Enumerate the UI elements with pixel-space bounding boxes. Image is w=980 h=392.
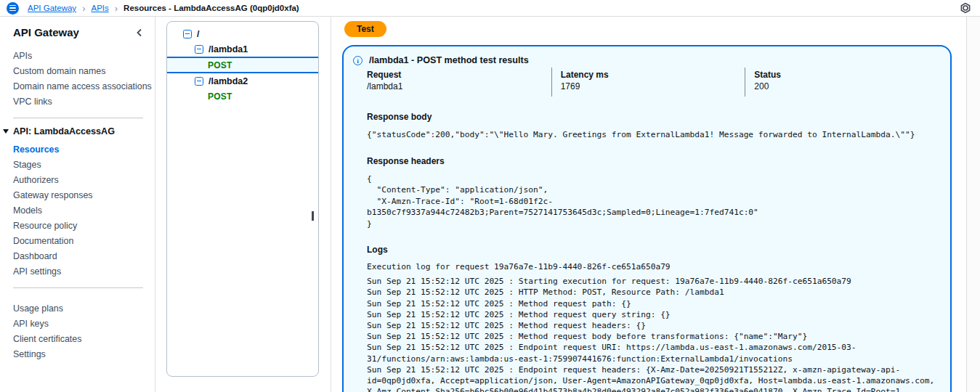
sidebar-item-apis[interactable]: APIs	[13, 49, 145, 64]
sidebar-item-domain-name-access-associations[interactable]: Domain name access associations	[13, 79, 145, 94]
test-button[interactable]: Test	[344, 21, 386, 37]
response-headers-label: Response headers	[367, 156, 939, 166]
breadcrumb: API Gateway APIs Resources - LambdaAcces…	[28, 3, 299, 14]
tree-node-root[interactable]: /	[167, 26, 318, 41]
sidebar-item-api-settings[interactable]: API settings	[13, 264, 145, 279]
sidebar-item-stages[interactable]: Stages	[13, 158, 145, 173]
execution-logs: Execution log for request 19a76a7e-11b9-…	[367, 261, 939, 392]
log-line: Sun Sep 21 15:52:12 UTC 2025 : Method re…	[367, 320, 939, 331]
hamburger-menu-icon[interactable]	[7, 2, 19, 15]
sidebar-item-dashboard[interactable]: Dashboard	[13, 249, 145, 264]
breadcrumb-link-api-gateway[interactable]: API Gateway	[28, 4, 76, 12]
side-navigation: API Gateway APIs Custom domain names Dom…	[0, 17, 155, 392]
log-line: Sun Sep 21 15:52:12 UTC 2025 : Endpoint …	[367, 342, 939, 364]
sidebar-divider	[13, 287, 143, 288]
right-tools-rail	[966, 17, 980, 392]
log-line: Execution log for request 19a76a7e-11b9-…	[367, 261, 939, 272]
resources-tree-card: / /lambda1 POST /lambda2 POST	[166, 21, 319, 377]
sidebar-item-custom-domain-names[interactable]: Custom domain names	[13, 64, 145, 79]
sidebar-item-usage-plans[interactable]: Usage plans	[13, 301, 145, 317]
breadcrumb-current-page: Resources - LambdaAccessAG (0qp0jd0xfa)	[123, 4, 299, 12]
resources-tree-panel: / /lambda1 POST /lambda2 POST	[155, 17, 331, 392]
collapse-toggle-icon[interactable]	[183, 30, 192, 38]
summary-latency: Latency ms 1769	[551, 68, 745, 97]
breadcrumb-link-apis[interactable]: APIs	[91, 4, 108, 12]
response-body-value: {"statusCode":200,"body":"\"Hello Mary. …	[367, 129, 939, 141]
gear-icon[interactable]	[960, 2, 971, 14]
sidebar-title: API Gateway	[13, 26, 79, 38]
breadcrumb-separator-icon	[82, 3, 85, 14]
sidebar-item-documentation[interactable]: Documentation	[13, 234, 145, 249]
info-icon	[353, 56, 363, 65]
collapse-toggle-icon[interactable]	[195, 45, 203, 54]
collapse-sidebar-icon[interactable]	[134, 28, 145, 38]
response-body-label: Response body	[367, 112, 939, 122]
method-test-panel: Test /lambda1 - POST method test results…	[331, 17, 966, 392]
summary-request: Request /lambda1	[367, 68, 551, 97]
log-line: Sun Sep 21 15:52:12 UTC 2025 : Method re…	[367, 331, 939, 342]
tree-node-lambda1-post[interactable]: POST	[167, 57, 318, 73]
test-results-title: /lambda1 - POST method test results	[369, 55, 529, 65]
sidebar-item-gateway-responses[interactable]: Gateway responses	[13, 188, 145, 203]
log-line: Sun Sep 21 15:52:12 UTC 2025 : Endpoint …	[367, 364, 939, 392]
tree-node-lambda1[interactable]: /lambda1	[167, 41, 318, 57]
breadcrumb-separator-icon	[115, 3, 118, 14]
sidebar-item-api-keys[interactable]: API keys	[13, 317, 145, 332]
sidebar-item-resources[interactable]: Resources	[13, 142, 145, 158]
sidebar-item-settings[interactable]: Settings	[13, 347, 145, 362]
log-line: Sun Sep 21 15:52:12 UTC 2025 : Starting …	[367, 276, 939, 287]
sidebar-item-resource-policy[interactable]: Resource policy	[13, 219, 145, 234]
collapse-toggle-icon[interactable]	[195, 77, 203, 86]
response-headers-value: { "Content-Type": "application/json", "X…	[367, 173, 939, 230]
log-line: Sun Sep 21 15:52:12 UTC 2025 : Method re…	[367, 298, 939, 309]
tree-node-lambda2[interactable]: /lambda2	[167, 73, 318, 89]
top-navigation-bar: API Gateway APIs Resources - LambdaAcces…	[0, 0, 980, 17]
caret-down-icon	[3, 129, 9, 134]
sidebar-item-client-certificates[interactable]: Client certificates	[13, 332, 145, 347]
sidebar-api-section-heading[interactable]: API: LambdaAccessAG	[3, 126, 145, 136]
panel-resize-handle[interactable]	[312, 211, 314, 221]
tree-node-lambda2-post[interactable]: POST	[167, 89, 318, 104]
test-results-panel: /lambda1 - POST method test results Requ…	[342, 45, 952, 392]
sidebar-item-authorizers[interactable]: Authorizers	[13, 173, 145, 188]
logs-label: Logs	[367, 245, 939, 255]
sidebar-item-vpc-links[interactable]: VPC links	[13, 94, 145, 110]
test-summary-row: Request /lambda1 Latency ms 1769 Status …	[367, 68, 939, 97]
log-line: Sun Sep 21 15:52:12 UTC 2025 : HTTP Meth…	[367, 287, 939, 298]
sidebar-item-models[interactable]: Models	[13, 203, 145, 219]
summary-status: Status 200	[745, 68, 939, 97]
log-line: Sun Sep 21 15:52:12 UTC 2025 : Method re…	[367, 309, 939, 320]
sidebar-divider	[13, 118, 143, 118]
